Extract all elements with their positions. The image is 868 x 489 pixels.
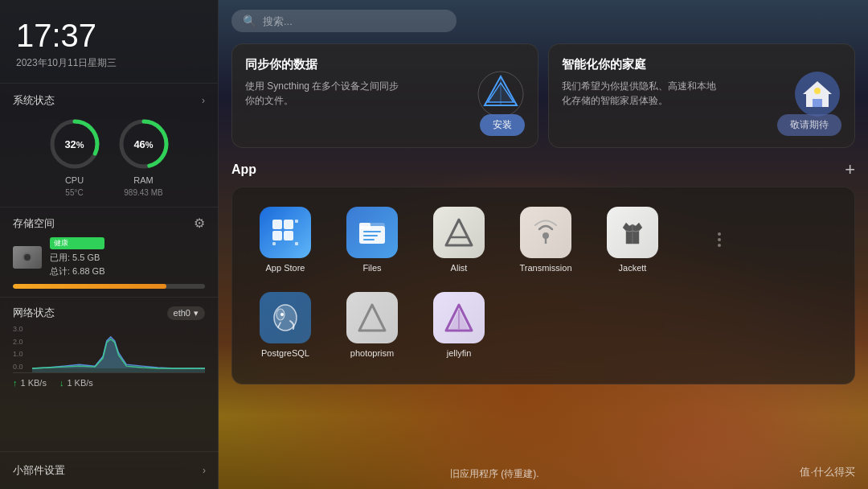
app-icon-jellyfin: [433, 292, 485, 343]
download-value: 1 KB/s: [67, 378, 92, 388]
widget-settings[interactable]: 小部件设置 ›: [0, 451, 219, 489]
network-svg: [13, 325, 205, 372]
homekit-desc: 我们希望为你提供隐私、高速和本地化存储的智能家居体验。: [562, 79, 723, 108]
network-y-labels: 3.0 2.0 1.0 0.0: [13, 325, 23, 372]
app-item-jellyfin[interactable]: jellyfin: [419, 286, 499, 364]
svg-marker-37: [359, 305, 385, 331]
more-dots: [718, 214, 721, 265]
apps-row-1: App Store Files: [245, 200, 841, 279]
clock-date: 2023年10月11日星期三: [0, 55, 218, 83]
storage-info: 健康 已用: 5.5 GB 总计: 6.88 GB: [13, 237, 205, 277]
network-label-0: 0.0: [13, 363, 23, 371]
app-item-transmission[interactable]: Transmission: [506, 200, 586, 279]
svg-rect-22: [295, 242, 298, 245]
download-arrow: ↓: [59, 378, 64, 388]
app-item-files[interactable]: Files: [332, 200, 412, 279]
app-item-alist[interactable]: Alist: [419, 200, 499, 279]
network-interface-badge[interactable]: eth0 ▾: [167, 306, 205, 320]
ram-stat: 46% RAM 989.43 MB: [116, 116, 172, 197]
svg-rect-14: [813, 99, 822, 107]
storage-title: 存储空间: [13, 216, 55, 231]
cpu-label: CPU: [65, 175, 84, 185]
app-item-appstore[interactable]: App Store: [245, 200, 326, 279]
search-bar[interactable]: 🔍: [231, 10, 457, 32]
ram-circle: 46%: [116, 116, 172, 172]
svg-rect-27: [363, 235, 378, 236]
storage-section: 存储空间 ⚙ 健康 已用: 5.5 GB 总计: 6.88 GB: [0, 207, 218, 297]
network-chart: 3.0 2.0 1.0 0.0: [13, 325, 205, 373]
dot-1: [718, 232, 721, 236]
app-name-files: Files: [362, 263, 381, 273]
disk-icon: [13, 246, 42, 269]
add-app-button[interactable]: +: [845, 161, 855, 179]
gear-icon[interactable]: ⚙: [194, 216, 205, 231]
app-name-postgresql: PostgreSQL: [261, 348, 309, 358]
health-badge: 健康: [50, 237, 104, 249]
svg-marker-29: [446, 220, 472, 245]
app-name-transmission: Transmission: [520, 263, 572, 273]
widget-settings-chevron: ›: [203, 465, 206, 476]
transmission-svg: [526, 213, 565, 252]
svg-rect-16: [272, 220, 282, 229]
feature-cards: 同步你的数据 使用 Syncthing 在多个设备之间同步你的文件。 安装 智能…: [231, 43, 855, 148]
app-item-jackett[interactable]: Jackett: [592, 200, 673, 279]
network-header: 网络状态 eth0 ▾: [13, 306, 205, 320]
search-input[interactable]: [263, 15, 424, 27]
network-title: 网络状态: [13, 306, 55, 320]
network-label-1: 1.0: [13, 350, 23, 358]
footer-text: 旧应用程序 (待重建).: [450, 468, 539, 479]
app-icon-appstore: [260, 207, 311, 258]
dot-3: [718, 244, 721, 247]
ram-usage: 989.43 MB: [124, 188, 162, 197]
svg-rect-20: [295, 220, 298, 223]
network-label-2: 2.0: [13, 338, 23, 346]
app-name-appstore: App Store: [266, 263, 305, 273]
cpu-circle: 32%: [47, 116, 103, 172]
storage-bar: [13, 284, 205, 289]
app-item-more[interactable]: [679, 200, 760, 279]
install-button[interactable]: 安装: [480, 114, 525, 136]
svg-rect-17: [284, 220, 293, 229]
app-icon-jackett: [607, 207, 658, 258]
app-item-postgresql[interactable]: PostgreSQL: [245, 286, 326, 364]
syncthing-svg: [477, 70, 525, 118]
postgresql-svg: [266, 298, 305, 337]
cpu-temp: 55°C: [65, 188, 83, 197]
coming-soon-button[interactable]: 敬请期待: [777, 114, 841, 136]
upload-stat: ↑ 1 KB/s: [13, 378, 47, 388]
network-label-3: 3.0: [13, 325, 23, 333]
alist-svg: [440, 213, 478, 252]
app-name-photoprism: photoprism: [350, 348, 394, 358]
homekit-svg: [793, 70, 841, 118]
download-stat: ↓ 1 KB/s: [59, 378, 93, 388]
svg-point-15: [814, 88, 821, 94]
app-icon-transmission: [520, 207, 571, 258]
system-status-chevron: ›: [202, 95, 205, 106]
network-section: 网络状态 eth0 ▾ 3.0 2.0 1.0 0.0: [0, 297, 218, 396]
syncthing-card: 同步你的数据 使用 Syncthing 在多个设备之间同步你的文件。 安装: [231, 43, 538, 148]
cpu-stat: 32% CPU 55°C: [47, 116, 103, 197]
clock-time: 17:37: [0, 13, 218, 55]
sidebar: 17:37 2023年10月11日星期三 系统状态 › 32% CPU 55°C: [0, 0, 219, 489]
apps-container: App Store Files: [231, 187, 855, 384]
upload-arrow: ↑: [13, 378, 18, 388]
photoprism-svg: [353, 298, 391, 337]
system-status-header[interactable]: 系统状态 ›: [13, 93, 205, 108]
syncthing-desc: 使用 Syncthing 在多个设备之间同步你的文件。: [245, 79, 406, 108]
system-stats: 32% CPU 55°C 46% RAM 989.43 MB: [13, 116, 205, 197]
widget-settings-title: 小部件设置: [13, 463, 65, 478]
storage-details: 健康 已用: 5.5 GB 总计: 6.88 GB: [50, 237, 104, 277]
app-icon-photoprism: [346, 292, 398, 343]
app-icon-alist: [433, 207, 485, 258]
app-name-alist: Alist: [451, 263, 468, 273]
files-svg: [353, 213, 391, 252]
network-interface: eth0: [174, 308, 190, 318]
app-item-photoprism[interactable]: photoprism: [332, 286, 412, 364]
appstore-svg: [266, 213, 305, 252]
jellyfin-svg: [440, 298, 478, 337]
search-icon: 🔍: [243, 14, 256, 27]
svg-rect-26: [363, 231, 381, 232]
svg-marker-5: [32, 339, 205, 372]
svg-rect-28: [363, 239, 375, 240]
watermark: 值·什么得买: [800, 465, 855, 479]
